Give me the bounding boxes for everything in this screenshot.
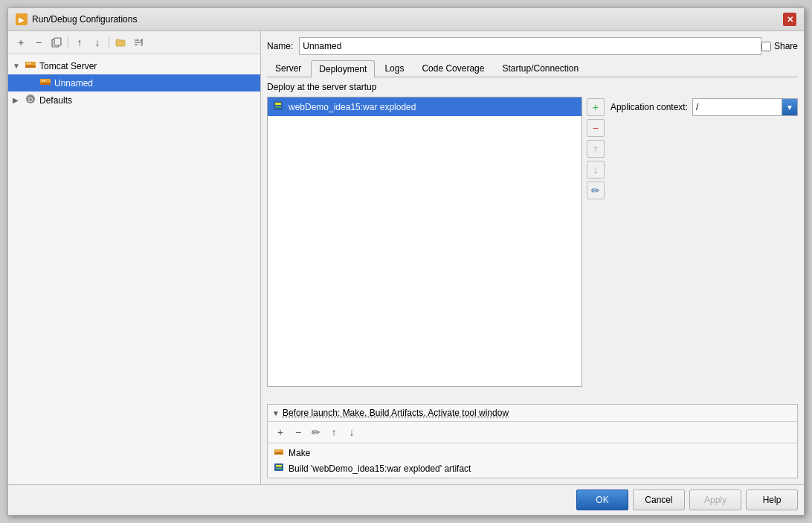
svg-rect-17 [275, 103, 281, 105]
svg-rect-20 [274, 452, 283, 455]
right-panel: Name: Share Server Deployment Logs Code … [261, 31, 804, 484]
move-down-button[interactable]: ↓ [89, 34, 106, 51]
app-context-input[interactable] [692, 98, 782, 116]
deploy-artifact-list[interactable]: webDemo_idea15:war exploded [267, 97, 582, 387]
title-bar: ▶ Run/Debug Configurations ✕ [8, 8, 804, 31]
bl-remove-button[interactable]: − [290, 424, 306, 440]
toolbar-sep-1 [68, 36, 68, 48]
folder-button[interactable] [112, 34, 129, 51]
sort-button[interactable] [130, 34, 146, 51]
artifact-build-icon [274, 462, 284, 475]
deploy-main-area: webDemo_idea15:war exploded + − ↑ ↓ ✏ [267, 97, 798, 400]
svg-point-21 [276, 450, 277, 452]
tab-server[interactable]: Server [267, 60, 309, 77]
svg-point-8 [27, 63, 28, 65]
artifact-icon [272, 100, 284, 114]
artifact-item[interactable]: webDemo_idea15:war exploded [268, 97, 581, 116]
defaults-label: Defaults [39, 95, 72, 106]
name-label: Name: [267, 41, 293, 51]
bl-edit-button[interactable]: ✏ [308, 424, 324, 440]
bl-make-label: Make [289, 448, 310, 458]
main-area: + − ↑ ↓ [8, 31, 804, 484]
deploy-remove-button[interactable]: − [587, 119, 605, 137]
server-icon [25, 59, 36, 73]
expand-icon: ▼ [13, 62, 22, 70]
svg-rect-23 [274, 463, 283, 471]
before-launch-toggle[interactable]: ▼ [272, 409, 280, 417]
bl-add-button[interactable]: + [272, 424, 289, 440]
deploy-edit-button[interactable]: ✏ [587, 182, 605, 199]
tree-item-defaults[interactable]: ▶ D Defaults [8, 92, 260, 109]
left-panel: + − ↑ ↓ [8, 31, 261, 484]
bl-artifact-label: Build 'webDemo_idea15:war exploded' arti… [289, 463, 471, 474]
app-context-input-row: ▼ [692, 98, 798, 116]
deploy-down-button[interactable]: ↓ [587, 161, 605, 179]
svg-rect-18 [275, 106, 281, 108]
config-tree[interactable]: ▼ Tomcat Server [8, 54, 260, 484]
svg-rect-16 [274, 101, 283, 110]
svg-rect-7 [25, 65, 36, 68]
svg-point-22 [277, 450, 279, 452]
expand-icon: ▶ [13, 96, 22, 104]
deploy-at-startup-label: Deploy at the server startup [267, 82, 798, 92]
sort-icon [133, 37, 144, 48]
svg-point-13 [44, 80, 45, 82]
name-input[interactable] [299, 37, 761, 55]
folder-icon [115, 38, 126, 47]
bottom-buttons: OK Cancel Apply Help [8, 484, 804, 515]
bl-up-button[interactable]: ↑ [326, 424, 342, 440]
bl-item-make: Make [268, 445, 797, 461]
move-up-button[interactable]: ↑ [71, 34, 88, 51]
defaults-icon: D [25, 93, 36, 107]
share-label: Share [774, 41, 798, 51]
svg-text:D: D [28, 96, 33, 103]
deploy-list-area: webDemo_idea15:war exploded + − ↑ ↓ ✏ [267, 97, 605, 400]
before-launch-toolbar: + − ✏ ↑ ↓ [268, 422, 797, 443]
left-toolbar: + − ↑ ↓ [8, 31, 260, 54]
before-launch-list: Make Build 'webDemo_idea15:war exploded [268, 443, 797, 478]
svg-rect-1 [54, 38, 61, 45]
app-context-row: Application context: ▼ [610, 98, 798, 116]
make-icon [274, 446, 284, 459]
title-bar-left: ▶ Run/Debug Configurations [16, 13, 137, 25]
cancel-button[interactable]: Cancel [633, 490, 685, 510]
app-context-dropdown-button[interactable]: ▼ [782, 98, 798, 116]
share-checkbox[interactable] [761, 42, 771, 51]
deploy-add-button[interactable]: + [587, 98, 605, 116]
before-launch-section: ▼ Before launch: Make, Build Artifacts, … [267, 404, 798, 478]
bl-down-button[interactable]: ↓ [344, 424, 360, 440]
name-left: Name: [267, 37, 761, 55]
copy-icon [51, 37, 62, 48]
add-config-button[interactable]: + [13, 34, 29, 51]
tab-code-coverage[interactable]: Code Coverage [413, 60, 492, 77]
svg-point-12 [42, 80, 43, 82]
deployment-content: Deploy at the server startup [267, 82, 798, 478]
unnamed-label: Unnamed [54, 78, 93, 89]
unnamed-icon [39, 76, 51, 90]
tree-item-tomcat-server[interactable]: ▼ Tomcat Server [8, 57, 260, 74]
apply-button[interactable]: Apply [689, 490, 741, 510]
before-launch-header: ▼ Before launch: Make, Build Artifacts, … [268, 405, 797, 422]
artifact-label: webDemo_idea15:war exploded [289, 102, 416, 112]
bl-item-build-artifact: Build 'webDemo_idea15:war exploded' arti… [268, 461, 797, 476]
copy-config-button[interactable] [48, 34, 65, 51]
svg-point-9 [29, 63, 30, 65]
svg-rect-25 [276, 468, 282, 469]
app-context-area: Application context: ▼ [610, 97, 798, 400]
help-button[interactable]: Help [746, 490, 798, 510]
tab-deployment[interactable]: Deployment [311, 60, 375, 77]
dialog-title: Run/Debug Configurations [32, 14, 137, 25]
ok-button[interactable]: OK [576, 490, 628, 510]
run-debug-dialog: ▶ Run/Debug Configurations ✕ + − ↑ ↓ [7, 7, 805, 516]
toolbar-sep-2 [109, 36, 109, 48]
remove-config-button[interactable]: − [30, 34, 47, 51]
dialog-icon: ▶ [16, 13, 28, 25]
deploy-list-with-btns: webDemo_idea15:war exploded + − ↑ ↓ ✏ [267, 97, 605, 387]
deploy-up-button[interactable]: ↑ [587, 140, 605, 158]
before-launch-title: Before launch: Make, Build Artifacts, Ac… [283, 408, 509, 418]
tree-item-unnamed[interactable]: Unnamed [8, 74, 260, 92]
tab-startup-connection[interactable]: Startup/Connection [494, 60, 587, 77]
share-row: Share [761, 41, 798, 51]
close-button[interactable]: ✕ [783, 13, 796, 26]
tab-logs[interactable]: Logs [376, 60, 412, 77]
